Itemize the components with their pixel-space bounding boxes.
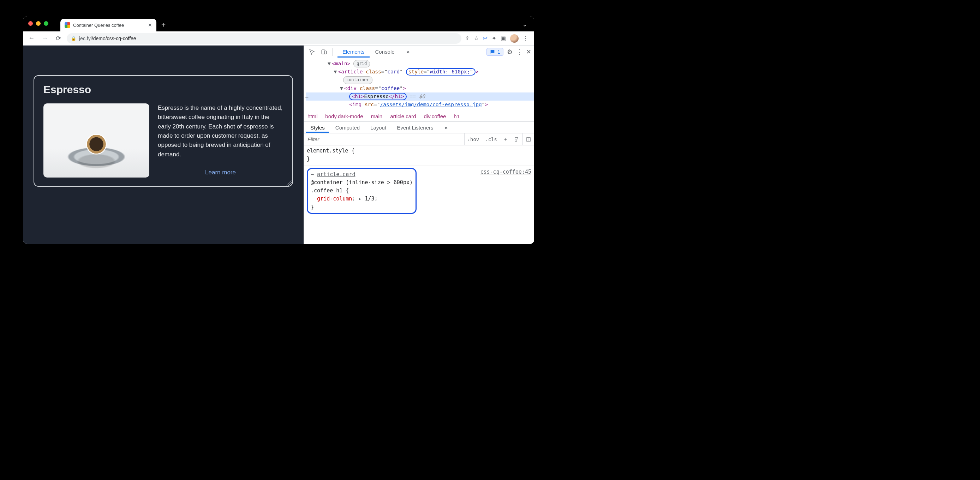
- kebab-menu-icon[interactable]: ⋮: [523, 35, 528, 41]
- omnibox[interactable]: 🔒 jec.fyi/demo/css-cq-coffee: [67, 33, 461, 44]
- espresso-image: [43, 103, 150, 178]
- card-text: Espresso is the name of a highly concent…: [158, 103, 283, 178]
- hov-toggle[interactable]: :hov: [464, 134, 482, 145]
- separator: [332, 48, 332, 56]
- learn-more-link[interactable]: Learn more: [205, 169, 236, 176]
- bookmark-icon[interactable]: ☆: [474, 35, 479, 41]
- minimize-window-button[interactable]: [36, 21, 41, 26]
- container-badge[interactable]: container: [343, 76, 372, 84]
- dom-breadcrumbs[interactable]: html body.dark-mode main article.card di…: [304, 111, 534, 121]
- url-host: jec.fyi: [79, 36, 92, 41]
- devtools-tabs: Elements Console »: [337, 46, 414, 57]
- window-controls: [28, 21, 48, 26]
- crumb-article[interactable]: article.card: [390, 113, 416, 119]
- lock-icon: 🔒: [71, 36, 76, 41]
- browser-window: Container Queries coffee ✕ ＋ ⌄ ← → ⟳ 🔒 j…: [23, 16, 534, 244]
- rule-separator: [304, 165, 534, 166]
- back-button[interactable]: ←: [27, 33, 37, 43]
- browser-tab[interactable]: Container Queries coffee ✕: [60, 19, 156, 32]
- url-text: jec.fyi/demo/css-cq-coffee: [79, 36, 136, 41]
- card-paragraph: Espresso is the name of a highly concent…: [158, 103, 283, 159]
- issues-count: 1: [497, 49, 500, 55]
- device-toolbar-button[interactable]: [319, 46, 329, 57]
- viewport: Espresso Espresso is the name of a highl…: [23, 46, 534, 244]
- reload-button[interactable]: ⟳: [53, 33, 63, 43]
- new-tab-button[interactable]: ＋: [160, 20, 167, 29]
- crumb-div[interactable]: div.coffee: [424, 113, 446, 119]
- subtab-computed[interactable]: Computed: [331, 122, 364, 133]
- toolbar-right: ⇪ ☆ ✂ ✦ ▣ ⋮: [465, 34, 531, 43]
- share-icon[interactable]: ⇪: [465, 35, 469, 41]
- stylesheet-source-link[interactable]: css-cq-coffee:45: [480, 168, 531, 176]
- address-bar: ← → ⟳ 🔒 jec.fyi/demo/css-cq-coffee ⇪ ☆ ✂…: [23, 32, 534, 46]
- extensions-icon[interactable]: ✦: [492, 35, 496, 41]
- url-path: /demo/css-cq-coffee: [92, 36, 136, 41]
- scissors-icon[interactable]: ✂: [483, 35, 488, 41]
- inspect-element-button[interactable]: [307, 46, 317, 57]
- crumb-main[interactable]: main: [371, 113, 383, 119]
- container-query-rule[interactable]: → article.card @container (inline-size >…: [307, 168, 531, 214]
- styles-body[interactable]: element.style { } → article.card @contai…: [304, 145, 534, 218]
- resize-handle-icon[interactable]: [286, 180, 292, 186]
- dom-node-article-badge[interactable]: container: [306, 76, 534, 84]
- dom-node-main[interactable]: ▼<main> grid: [306, 60, 534, 68]
- dom-node-div[interactable]: ▼<div class="coffee">: [306, 84, 534, 92]
- dom-node-article[interactable]: ▼<article class="card" style="width: 610…: [306, 68, 534, 76]
- favicon-icon: [65, 22, 70, 28]
- dom-node-img[interactable]: <img src="/assets/img/demo/cof-espresso.…: [306, 100, 534, 109]
- element-style-rule[interactable]: element.style { }: [307, 147, 531, 164]
- close-tab-button[interactable]: ✕: [148, 22, 152, 27]
- paint-icon[interactable]: [511, 134, 522, 145]
- dom-node-h1-selected[interactable]: <h1>Espresso</h1> == $0: [306, 92, 534, 100]
- window-menu-chevron-icon[interactable]: ⌄: [522, 21, 527, 28]
- grid-badge[interactable]: grid: [353, 60, 370, 67]
- crumb-body[interactable]: body.dark-mode: [325, 113, 363, 119]
- tabs-overflow-icon[interactable]: »: [402, 46, 414, 57]
- forward-button[interactable]: →: [40, 33, 50, 43]
- tab-title: Container Queries coffee: [73, 22, 145, 28]
- svg-rect-2: [527, 137, 531, 141]
- coffee-card: Espresso Espresso is the name of a highl…: [33, 75, 293, 187]
- devtools-kebab-icon[interactable]: ⋮: [516, 48, 522, 56]
- dom-tree[interactable]: ▼<main> grid ▼<article class="card" styl…: [304, 58, 534, 111]
- subtabs-overflow-icon[interactable]: »: [441, 122, 452, 133]
- subtab-layout[interactable]: Layout: [366, 122, 390, 133]
- settings-gear-icon[interactable]: ⚙: [507, 48, 512, 56]
- card-body: Espresso is the name of a highly concent…: [43, 103, 283, 178]
- crumb-html[interactable]: html: [307, 113, 317, 119]
- styles-subtabs: Styles Computed Layout Event Listeners »: [304, 121, 534, 134]
- profile-avatar[interactable]: [510, 34, 519, 43]
- devtools-close-icon[interactable]: ✕: [526, 48, 531, 56]
- crumb-h1[interactable]: h1: [453, 113, 460, 119]
- tab-console[interactable]: Console: [370, 46, 399, 57]
- tab-elements[interactable]: Elements: [337, 46, 370, 57]
- computed-sidebar-toggle-icon[interactable]: [522, 134, 534, 145]
- tab-strip: Container Queries coffee ✕ ＋ ⌄: [23, 16, 534, 32]
- devtools-toolbar: Elements Console » 1 ⚙ ⋮ ✕: [304, 46, 534, 58]
- devtools-toolbar-right: 1 ⚙ ⋮ ✕: [487, 48, 531, 56]
- issues-badge[interactable]: 1: [487, 48, 503, 56]
- page-content: Espresso Espresso is the name of a highl…: [23, 46, 304, 244]
- styles-filter-input[interactable]: [304, 136, 464, 142]
- cls-toggle[interactable]: .cls: [482, 134, 500, 145]
- new-style-rule-button[interactable]: ＋: [500, 134, 511, 145]
- subtab-event-listeners[interactable]: Event Listeners: [393, 122, 438, 133]
- reading-list-icon[interactable]: ▣: [501, 35, 506, 41]
- styles-filter-tools: :hov .cls ＋: [464, 134, 534, 145]
- styles-filter-row: :hov .cls ＋: [304, 134, 534, 145]
- card-heading: Espresso: [43, 84, 283, 95]
- subtab-styles[interactable]: Styles: [306, 122, 329, 133]
- fullscreen-window-button[interactable]: [44, 21, 48, 26]
- devtools-panel: Elements Console » 1 ⚙ ⋮ ✕ ▼<main> grid: [304, 46, 534, 244]
- close-window-button[interactable]: [28, 21, 33, 26]
